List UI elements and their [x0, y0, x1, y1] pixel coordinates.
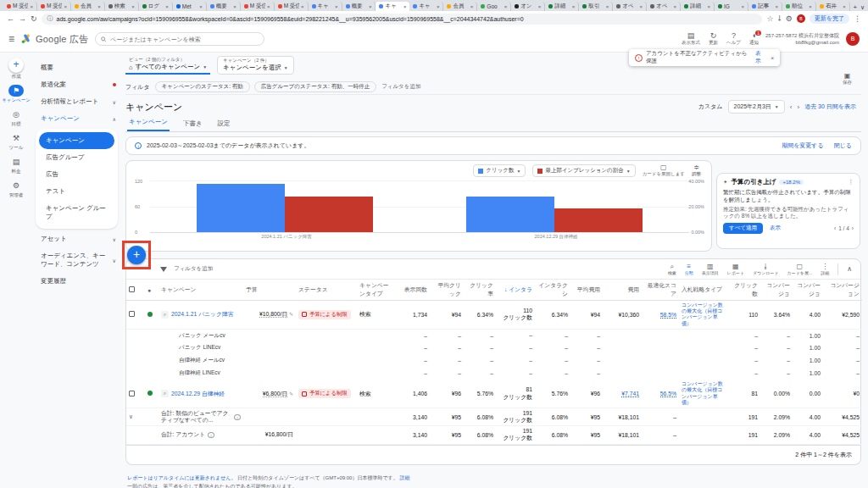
browser-tab[interactable]: 概要×	[207, 2, 241, 11]
column-header[interactable]: キャンペーンタイプ	[357, 280, 392, 301]
insight-menu-icon[interactable]: ⋮	[849, 179, 854, 186]
tab-close-icon[interactable]: ×	[97, 4, 101, 9]
chrome-update-button[interactable]: 更新を完了	[810, 14, 849, 24]
header-action-help[interactable]: ?ヘルプ	[726, 32, 741, 46]
tab-close-icon[interactable]: ×	[572, 4, 576, 9]
budget-value[interactable]: ¥6,800/日	[263, 391, 287, 397]
rail-item-campaign[interactable]: ⚑キャンペーン	[2, 85, 31, 103]
column-header[interactable]: 平均費用	[570, 280, 603, 301]
header-action-refresh[interactable]: ↻更新	[709, 32, 718, 46]
footer-report-link[interactable]: レポートはリアルタイムには更新されません。	[127, 475, 236, 480]
budget-limited-badge[interactable]: 予算による制限	[298, 310, 351, 319]
metric-selector[interactable]: 最上部インプレッションの割合▼	[532, 164, 635, 177]
rail-item-admin[interactable]: ⚙管理者	[8, 180, 24, 197]
table-tool-2[interactable]: ≡分類	[685, 263, 693, 275]
select-all-checkbox[interactable]	[129, 286, 135, 292]
browser-menu-icon[interactable]: ⋮	[854, 14, 861, 23]
site-info-icon[interactable]: ⓘ	[47, 14, 53, 23]
bar-clicks[interactable]	[197, 184, 285, 232]
forward-icon[interactable]: →	[19, 14, 26, 23]
apply-all-button[interactable]: すべて適用	[723, 223, 763, 234]
sidebar-item[interactable]: キャンペーン∧	[32, 110, 121, 127]
tab-close-icon[interactable]: ×	[335, 4, 338, 9]
address-bar[interactable]: ⓘ ads.google.com/aw/campaigns?ocid=15909…	[42, 14, 763, 25]
optimization-score-link[interactable]: 56.5%	[660, 391, 676, 397]
bar-clicks[interactable]	[466, 197, 554, 232]
sidebar-item[interactable]: 概要	[32, 59, 121, 76]
tab-下書き[interactable]: 下書き	[181, 119, 204, 131]
view-selector[interactable]: ビュー（2 個のフィルタ） ⌂ すべてのキャンペーン ▼	[125, 56, 210, 75]
browser-tab[interactable]: 会員×	[71, 2, 105, 11]
search-input[interactable]	[110, 36, 259, 42]
expand-card-control[interactable]: ▢ カードを展開します	[643, 164, 685, 177]
edit-budget-icon[interactable]: ✎	[287, 391, 293, 396]
tab-close-icon[interactable]: ×	[403, 4, 407, 9]
column-header[interactable]: 費用	[603, 280, 642, 301]
new-tab-button[interactable]: +	[850, 3, 860, 11]
sidebar-item[interactable]: アセット∨	[32, 230, 121, 247]
browser-tab[interactable]: IG×	[715, 2, 748, 11]
tab-close-icon[interactable]: ×	[809, 4, 812, 9]
column-header[interactable]: 予算	[243, 280, 296, 301]
cost-link[interactable]: ¥7,741	[621, 391, 639, 397]
column-header[interactable]: ●	[145, 280, 159, 301]
browser-tab[interactable]: 会員×	[443, 2, 477, 11]
tab-close-icon[interactable]: ×	[843, 4, 846, 9]
tab-close-icon[interactable]: ×	[131, 4, 135, 9]
browser-tab[interactable]: 順位×	[782, 2, 816, 11]
filter-chip[interactable]: キャンペーンのステータス: 有効	[155, 81, 250, 92]
tab-close-icon[interactable]: ×	[708, 4, 711, 9]
campaign-link[interactable]: 2024.1.21 パニック障害	[171, 310, 234, 319]
sidebar-item[interactable]: 変更履歴	[32, 273, 121, 290]
browser-tab[interactable]: ログ×	[139, 2, 173, 11]
prev-date-icon[interactable]: ‹	[790, 103, 793, 111]
table-tool-4[interactable]: ▦レポート	[727, 263, 744, 275]
toast-show-link[interactable]: 表示	[755, 50, 765, 65]
optimization-score-link[interactable]: 58.5%	[660, 312, 676, 319]
tab-close-icon[interactable]: ×	[741, 4, 744, 9]
tab-close-icon[interactable]: ×	[301, 4, 304, 9]
sidebar-item[interactable]: オーディエンス、キーワード、コンテンツ∨	[32, 247, 121, 273]
save-control[interactable]: ▣ 保存	[843, 73, 852, 86]
browser-tab[interactable]: 取引×	[579, 2, 613, 11]
change-period-link[interactable]: 期間を変更する	[782, 141, 824, 150]
column-header[interactable]: コンバージョン	[823, 280, 862, 301]
column-header[interactable]: 表示回数	[392, 280, 430, 301]
sidebar-subitem[interactable]: 広告グループ	[36, 149, 118, 166]
browser-tab[interactable]: オペ×	[613, 2, 647, 11]
column-header[interactable]: 入札戦略タイプ	[679, 280, 730, 301]
account-avatar[interactable]: B	[846, 32, 860, 46]
rail-item-tools[interactable]: ⚒ツール	[8, 132, 24, 150]
extensions-icon[interactable]: ⚙	[786, 14, 793, 23]
tab-close-icon[interactable]: ×	[775, 4, 778, 9]
budget-limited-badge[interactable]: 予算による制限	[298, 389, 351, 398]
browser-tab[interactable]: Goo×	[477, 2, 511, 11]
column-header[interactable]: ステータス	[296, 280, 357, 301]
browser-tab[interactable]: キャ×	[309, 2, 342, 11]
filter-chip[interactable]: 広告グループのステータス: 有効、一時停止	[254, 81, 376, 92]
tab-close-icon[interactable]: ×	[30, 4, 33, 9]
tab-close-icon[interactable]: ×	[64, 4, 67, 9]
back-icon[interactable]: ←	[7, 14, 14, 23]
browser-tab[interactable]: M 受信×	[37, 2, 71, 11]
browser-tab[interactable]: Met×	[173, 2, 207, 11]
tab-close-icon[interactable]: ×	[606, 4, 609, 9]
tab-close-icon[interactable]: ×	[538, 4, 542, 9]
date-picker[interactable]: 2025年2月3日 ▼	[728, 100, 785, 114]
tab-キャンペーン[interactable]: キャンペーン	[127, 118, 170, 131]
table-tool-7[interactable]: ⋮詳細	[821, 263, 829, 275]
column-header[interactable]: クリック数	[730, 280, 760, 301]
rail-item-plus[interactable]: +作成	[8, 58, 24, 79]
adjust-control[interactable]: ≑ 調整	[692, 164, 701, 177]
metric-selector[interactable]: クリック数▼	[473, 164, 526, 177]
sidebar-item[interactable]: 最適化案	[32, 76, 121, 93]
show-30-days-link[interactable]: 過去 30 日間を表示	[804, 103, 856, 111]
browser-tab[interactable]: キャ×	[376, 2, 409, 11]
bar-impr-share[interactable]	[554, 208, 643, 232]
browser-tab[interactable]: M 受信×	[241, 2, 275, 11]
column-header[interactable]: 平均クリック	[430, 280, 464, 301]
bar-impr-share[interactable]	[285, 197, 373, 232]
browser-tab[interactable]: オン×	[511, 2, 545, 11]
tab-close-icon[interactable]: ×	[437, 4, 440, 9]
tab-close-icon[interactable]: ×	[470, 4, 474, 9]
